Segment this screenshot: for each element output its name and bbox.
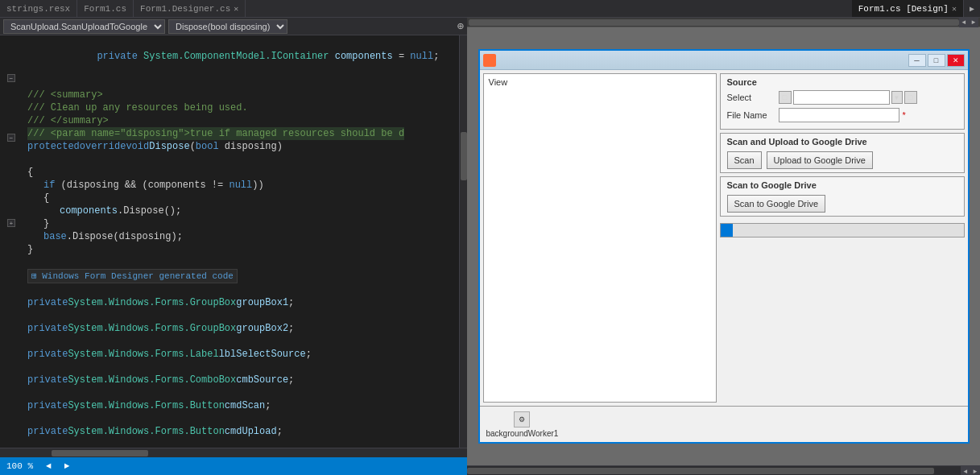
code-line: private System.ComponentModel.IContainer… — [27, 37, 456, 76]
code-line — [27, 256, 456, 269]
view-area: View — [483, 73, 717, 403]
right-panels: Source Select □ ▼ □ — [720, 73, 965, 403]
code-line: protected override void Dispose(bool dis… — [27, 140, 456, 166]
designer-scroll-arrows: ◄ ► — [961, 466, 980, 475]
designer-panel: ◄ ► ─ □ ✕ — [467, 18, 980, 475]
code-line: { — [27, 192, 456, 204]
tab-strings-resx[interactable]: strings.resx — [0, 0, 77, 17]
code-line: /// <summary> — [27, 89, 456, 101]
upload-google-drive-button[interactable]: Upload to Google Drive — [767, 151, 873, 169]
tab-form1-design[interactable]: Form1.cs [Design] ✕ — [852, 0, 964, 17]
tab-label: Form1.Designer.cs — [140, 4, 230, 14]
scan-upload-title: Scan and Upload to Google Drive — [727, 137, 957, 147]
scan-upload-group: Scan and Upload to Google Drive Scan Upl… — [720, 133, 965, 173]
code-line: if (disposing && (components != null)) — [27, 179, 456, 192]
scan-button[interactable]: Scan — [727, 151, 762, 169]
win-form: ─ □ ✕ View Source — [478, 49, 970, 444]
select-input[interactable] — [793, 90, 890, 105]
designer-canvas[interactable]: ─ □ ✕ View Source — [467, 27, 980, 465]
filename-input[interactable] — [779, 108, 899, 122]
editor-toolbar: ScanUpload.ScanUploadToGoogle Dispose(bo… — [0, 18, 467, 35]
minimize-button[interactable]: ─ — [908, 54, 926, 67]
win-titlebar: ─ □ ✕ — [480, 51, 968, 70]
close-button[interactable]: ✕ — [947, 54, 965, 67]
code-line: } — [27, 217, 456, 230]
tab-form1-designer[interactable]: Form1.Designer.cs ✕ — [134, 0, 246, 17]
scan-google-title: Scan to Google Drive — [727, 180, 957, 190]
select-combo-container: □ ▼ □ — [779, 90, 917, 105]
vertical-scrollbar[interactable] — [459, 35, 467, 448]
background-worker-component[interactable]: ⚙ backgroundWorker1 — [486, 411, 559, 438]
code-line: /// </summary> — [27, 114, 456, 127]
filename-row: File Name * — [727, 108, 957, 122]
scroll-right-icon[interactable]: ► — [969, 18, 978, 27]
close-icon[interactable]: ✕ — [234, 4, 238, 14]
code-line — [27, 283, 456, 296]
code-line: private System.Windows.Forms.Button cmdU… — [27, 425, 456, 448]
win-controls: ─ □ ✕ — [908, 54, 965, 67]
code-line: private System.Windows.Forms.GroupBox gr… — [27, 322, 456, 348]
editor-status-bar: 100 % ◄ ► — [0, 457, 467, 475]
scroll-left-btn[interactable]: ◄ — [961, 466, 970, 475]
select-row: Select □ ▼ □ — [727, 90, 957, 105]
tab-label: Form1.cs — [84, 4, 126, 14]
code-gutter: − − + — [0, 35, 24, 448]
zoom-level: 100 % — [6, 461, 33, 471]
code-line: private System.Windows.Forms.Button cmdS… — [27, 399, 456, 425]
code-line — [27, 76, 456, 89]
code-line: private System.Windows.Forms.ComboBox cm… — [27, 374, 456, 399]
main-area: ScanUpload.ScanUploadToGoogle Dispose(bo… — [0, 18, 980, 475]
win-body: View Source Select □ ▼ — [480, 70, 968, 406]
namespace-selector[interactable]: ScanUpload.ScanUploadToGoogle — [3, 19, 165, 34]
tab-bar: strings.resx Form1.cs Form1.Designer.cs … — [0, 0, 980, 18]
designer-scrollbar-thumb[interactable] — [467, 468, 934, 474]
editor-content: − − + private System.ComponentModel.ICon — [0, 35, 467, 448]
source-group: Source Select □ ▼ □ — [720, 73, 965, 130]
combo-dropdown-arrow[interactable]: ▼ — [891, 91, 903, 104]
progress-bar-fill — [721, 224, 733, 237]
view-label: View — [489, 77, 508, 87]
scan-google-group: Scan to Google Drive Scan to Google Driv… — [720, 176, 965, 217]
scroll-right-btn[interactable]: ► — [970, 466, 980, 475]
code-line: base.Dispose(disposing); — [27, 230, 456, 243]
code-line: } — [27, 243, 456, 256]
expand-editor-icon[interactable]: ⊕ — [457, 19, 464, 33]
expand-collapse-icon[interactable]: + — [7, 219, 15, 227]
h-scrollbar-thumb[interactable] — [469, 19, 959, 26]
code-editor: ScanUpload.ScanUploadToGoogle Dispose(bo… — [0, 18, 467, 475]
horizontal-scrollbar[interactable] — [0, 448, 467, 457]
filename-label: File Name — [727, 110, 775, 120]
tab-scroll-right[interactable]: ▶ — [964, 0, 980, 17]
expand-collapse-icon[interactable]: − — [7, 134, 15, 142]
component-tray: ⚙ backgroundWorker1 — [480, 406, 968, 442]
restore-button[interactable]: □ — [928, 54, 945, 67]
background-worker-label: backgroundWorker1 — [486, 429, 559, 438]
scroll-left-btn[interactable]: ◄ — [46, 461, 52, 471]
code-line: /// Clean up any resources being used. — [27, 101, 456, 114]
designer-bottom-scrollbar[interactable]: ◄ ► — [467, 465, 980, 475]
scroll-right-btn[interactable]: ► — [64, 461, 70, 471]
code-line: components.Dispose(); — [27, 204, 456, 217]
tab-label: strings.resx — [6, 4, 70, 14]
code-line: { — [27, 166, 456, 179]
progress-bar — [720, 223, 965, 238]
close-icon[interactable]: ✕ — [952, 4, 957, 14]
code-line: private System.Windows.Forms.Label lblSe… — [27, 348, 456, 374]
method-selector[interactable]: Dispose(bool disposing) — [168, 19, 287, 34]
combo-small-btn[interactable]: □ — [779, 91, 792, 104]
scroll-left-icon[interactable]: ◄ — [959, 18, 969, 27]
background-worker-icon: ⚙ — [514, 411, 530, 428]
select-label: Select — [727, 93, 775, 102]
scrollbar-thumb[interactable] — [461, 132, 467, 180]
scrollbar-h-thumb[interactable] — [52, 450, 148, 456]
expand-collapse-icon[interactable]: − — [7, 74, 15, 82]
tab-label: Form1.cs [Design] — [858, 4, 949, 14]
combo-right-btn[interactable]: □ — [904, 91, 917, 104]
tab-form1-cs[interactable]: Form1.cs — [77, 0, 134, 17]
win-app-icon — [483, 54, 496, 67]
code-line: private System.Windows.Forms.GroupBox gr… — [27, 296, 456, 322]
scan-google-drive-button[interactable]: Scan to Google Drive — [727, 195, 826, 213]
source-group-title: Source — [727, 77, 957, 87]
collapse-line[interactable]: ⊞ Windows Form Designer generated code — [27, 269, 456, 283]
code-lines[interactable]: private System.ComponentModel.IContainer… — [24, 35, 459, 448]
